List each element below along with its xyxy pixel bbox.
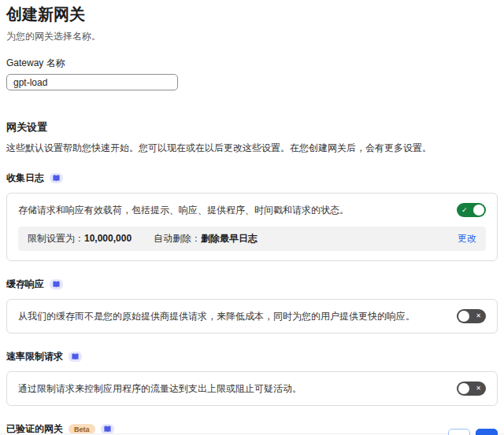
check-icon: ✓ bbox=[461, 203, 468, 217]
rate-limit-toggle[interactable]: ✕ bbox=[457, 382, 486, 396]
toggle-knob bbox=[458, 383, 469, 394]
bottom-divider bbox=[0, 433, 504, 434]
change-link[interactable]: 更改 bbox=[458, 232, 476, 245]
create-button-cutoff[interactable] bbox=[476, 429, 498, 435]
cache-responses-toggle[interactable]: ✕ bbox=[457, 309, 486, 323]
toggle-knob bbox=[458, 311, 469, 322]
cutoff-footer-actions bbox=[448, 429, 498, 435]
section-description: 从我们的缓存而不是您的原始提供商提供请求，来降低成本，同时为您的用户提供更快的响… bbox=[18, 310, 444, 323]
section-header-cache-responses: 缓存响应 bbox=[6, 278, 498, 291]
create-gateway-form: 创建新网关 为您的网关选择名称。 Gateway 名称 网关设置 这些默认设置帮… bbox=[0, 5, 504, 435]
cancel-button-cutoff[interactable] bbox=[448, 429, 470, 435]
section-card-rate-limit: 通过限制请求来控制应用程序的流量达到支出上限或阻止可疑活动。 ✕ bbox=[6, 371, 498, 406]
section-title: 收集日志 bbox=[6, 171, 44, 185]
section-header-rate-limit: 速率限制请求 bbox=[6, 350, 498, 363]
settings-title: 网关设置 bbox=[6, 120, 498, 135]
section-title: 速率限制请求 bbox=[6, 350, 63, 363]
gateway-name-input[interactable] bbox=[6, 74, 178, 90]
section-title: 缓存响应 bbox=[6, 278, 44, 291]
settings-description: 这些默认设置帮助您快速开始。您可以现在或在以后更改这些设置。在您创建网关后，会有… bbox=[6, 142, 498, 155]
gateway-name-label: Gateway 名称 bbox=[6, 57, 498, 70]
log-limits-row: 限制设置为：10,000,000 自动删除：删除最早日志 更改 bbox=[18, 227, 486, 251]
page-subtitle: 为您的网关选择名称。 bbox=[6, 30, 498, 43]
section-card-collect-logs: 存储请求和响应有效载荷，包括提示、响应、提供程序、时间戳和请求的状态。 ✓ 限制… bbox=[6, 193, 498, 261]
section-header-collect-logs: 收集日志 bbox=[6, 171, 498, 185]
limit-setting: 限制设置为：10,000,000 bbox=[28, 232, 132, 245]
docs-icon[interactable] bbox=[50, 279, 63, 289]
auto-delete-setting: 自动删除：删除最早日志 bbox=[154, 232, 258, 245]
docs-icon[interactable] bbox=[69, 352, 82, 362]
page-title: 创建新网关 bbox=[6, 5, 498, 24]
cross-icon: ✕ bbox=[476, 309, 481, 323]
section-description: 存储请求和响应有效载荷，包括提示、响应、提供程序、时间戳和请求的状态。 bbox=[18, 204, 444, 217]
toggle-knob bbox=[473, 205, 484, 216]
section-description: 通过限制请求来控制应用程序的流量达到支出上限或阻止可疑活动。 bbox=[18, 382, 444, 396]
collect-logs-toggle[interactable]: ✓ bbox=[457, 203, 486, 217]
section-card-cache-responses: 从我们的缓存而不是您的原始提供商提供请求，来降低成本，同时为您的用户提供更快的响… bbox=[6, 299, 498, 334]
cross-icon: ✕ bbox=[476, 382, 481, 396]
docs-icon[interactable] bbox=[50, 173, 63, 183]
